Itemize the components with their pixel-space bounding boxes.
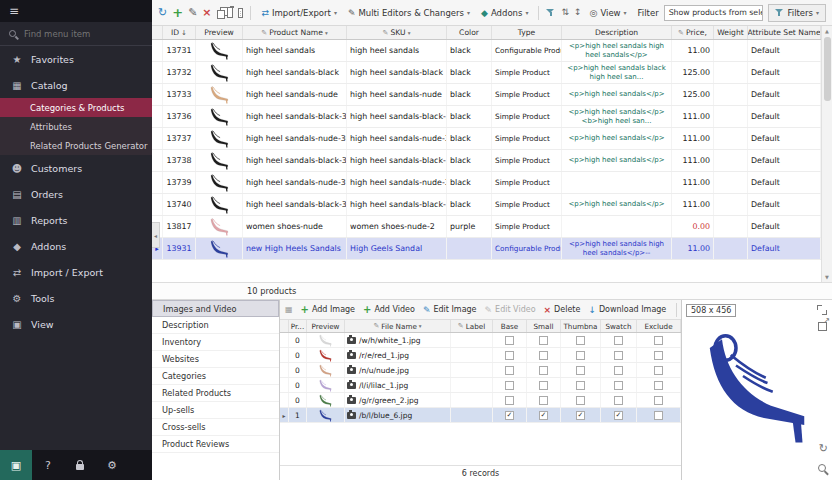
scroll-up-icon[interactable]: ▲ xyxy=(822,26,832,36)
add-video-button[interactable]: +Add Video xyxy=(363,304,415,315)
product-row-13737[interactable]: 13737high heel sandals-nude-36high heel … xyxy=(152,128,821,150)
column-header-exclude[interactable]: Exclude xyxy=(637,320,681,332)
checkbox-thumb[interactable] xyxy=(576,351,585,360)
paste-icon[interactable] xyxy=(227,7,233,18)
row-expander[interactable] xyxy=(152,106,163,127)
tab-related-products[interactable]: Related Products xyxy=(152,385,279,402)
checkbox-swatch[interactable] xyxy=(614,366,623,375)
row-expander[interactable] xyxy=(152,172,163,193)
filter-icon[interactable] xyxy=(546,8,556,18)
addons-menu[interactable]: ◆ Addons ▾ xyxy=(478,6,531,20)
sidebar-item-reports[interactable]: ▥Reports xyxy=(0,207,152,233)
column-header-expander[interactable] xyxy=(152,26,163,39)
checkbox-base[interactable] xyxy=(505,381,514,390)
sort-alt-icon[interactable]: ↕ xyxy=(574,8,582,17)
checkbox-small[interactable] xyxy=(539,336,548,345)
checkbox-swatch[interactable]: ✓ xyxy=(614,411,623,420)
scroll-down-icon[interactable]: ▼ xyxy=(822,272,832,282)
copy-icon[interactable] xyxy=(217,7,223,18)
product-row-13931[interactable]: ▸13931new High Heels SandalsHigh Geels S… xyxy=(152,238,821,260)
product-row-13738[interactable]: 13738high heel sandals-black-37high heel… xyxy=(152,150,821,172)
sidebar-item-categories-products[interactable]: Categories & Products xyxy=(0,98,152,117)
tab-description[interactable]: Description xyxy=(152,317,279,334)
image-row-w-h-white-1-jpg[interactable]: 0/w/h/white_1.jpg xyxy=(280,333,681,348)
column-header-description[interactable]: Description xyxy=(562,26,672,39)
column-header-preview[interactable]: Preview xyxy=(196,26,243,39)
column-header-small[interactable]: Small xyxy=(527,320,561,332)
category-filter-select[interactable]: Show products from selected categories ▾ xyxy=(664,5,763,21)
checkbox-small[interactable] xyxy=(539,366,548,375)
checkbox-small[interactable] xyxy=(539,351,548,360)
column-header-price[interactable]: ✎Price, xyxy=(672,26,714,39)
menu-search-input[interactable] xyxy=(22,28,132,40)
row-expander[interactable] xyxy=(152,150,163,171)
column-header-product-name[interactable]: ✎Product Name▾ xyxy=(243,26,347,39)
sidebar-item-view[interactable]: ▣View xyxy=(0,311,152,337)
checkbox-exclude[interactable] xyxy=(654,381,663,390)
column-header-sku[interactable]: ✎SKU▾ xyxy=(347,26,447,39)
checkbox-swatch[interactable] xyxy=(614,381,623,390)
delete-image-button[interactable]: ×Delete xyxy=(544,305,581,315)
grid-icon[interactable]: ▦ xyxy=(285,306,293,314)
product-row-13817[interactable]: 13817women shoes-nudewomen shoes-nude-2p… xyxy=(152,216,821,238)
sidebar-item-customers[interactable]: ☻Customers xyxy=(0,155,152,181)
edit-video-button[interactable]: ✎Edit Video xyxy=(485,305,536,315)
sidebar-item-catalog[interactable]: ▦Catalog xyxy=(0,72,152,98)
edit-image-button[interactable]: ✎Edit Image xyxy=(423,305,477,315)
checkbox-exclude[interactable] xyxy=(654,351,663,360)
column-header-label[interactable]: ✎Label xyxy=(451,320,493,332)
image-row-n-u-nude-jpg[interactable]: 0/n/u/nude.jpg xyxy=(280,363,681,378)
sidebar-item-addons[interactable]: ◆Addons xyxy=(0,233,152,259)
product-row-13739[interactable]: 13739high heel sandals-nude-37high heel … xyxy=(152,172,821,194)
column-header-thumbna[interactable]: Thumbna xyxy=(561,320,601,332)
checkbox-base[interactable] xyxy=(505,396,514,405)
tab-product-reviews[interactable]: Product Reviews xyxy=(152,436,279,453)
download-image-button[interactable]: ↓Download Image xyxy=(588,305,666,315)
checkbox-thumb[interactable] xyxy=(576,336,585,345)
checkbox-base[interactable] xyxy=(505,366,514,375)
checkbox-swatch[interactable] xyxy=(614,336,623,345)
sidebar-item-favorites[interactable]: ★Favorites xyxy=(0,46,152,72)
row-expander[interactable] xyxy=(152,128,163,149)
checkbox-base[interactable] xyxy=(505,351,514,360)
checkbox-exclude[interactable] xyxy=(654,396,663,405)
row-expander[interactable] xyxy=(152,194,163,215)
duplicate-icon[interactable] xyxy=(238,8,243,18)
checkbox-exclude[interactable] xyxy=(654,411,663,420)
image-row-r-e-red-1-jpg[interactable]: 0/r/e/red_1.jpg xyxy=(280,348,681,363)
checkbox-swatch[interactable] xyxy=(614,396,623,405)
sidebar-item-attributes[interactable]: Attributes xyxy=(0,117,152,136)
zoom-icon[interactable] xyxy=(818,464,826,472)
image-row-l-i-lilac-1-jpg[interactable]: 0/l/i/lilac_1.jpg xyxy=(280,378,681,393)
sidebar-collapse-handle[interactable]: ◂ xyxy=(152,222,160,248)
sidebar-item-orders[interactable]: ▤Orders xyxy=(0,181,152,207)
hamburger-menu-icon[interactable]: ≡ xyxy=(9,4,19,18)
checkbox-thumb[interactable] xyxy=(576,366,585,375)
row-expander[interactable] xyxy=(152,62,163,83)
checkbox-base[interactable]: ✓ xyxy=(505,411,514,420)
checkbox-exclude[interactable] xyxy=(654,366,663,375)
column-header-expander[interactable] xyxy=(280,320,289,332)
add-product-icon[interactable]: + xyxy=(172,6,183,19)
multi-editors-menu[interactable]: ✎ Multi Editors & Changers ▾ xyxy=(345,6,473,20)
checkbox-exclude[interactable] xyxy=(654,336,663,345)
add-image-button[interactable]: +Add Image xyxy=(301,304,355,315)
column-header-attribute-set-name[interactable]: Attribute Set Name xyxy=(748,26,821,39)
product-row-13740[interactable]: 13740high heel sandals-black-38high heel… xyxy=(152,194,821,216)
column-header-color[interactable]: Color xyxy=(447,26,492,39)
store-icon[interactable]: ▣ xyxy=(0,450,32,480)
image-row-g-r-green-2-jpg[interactable]: 0/g/r/green_2.jpg xyxy=(280,393,681,408)
checkbox-thumb[interactable] xyxy=(576,381,585,390)
column-header-pr[interactable]: Pr... xyxy=(289,320,307,332)
sort-icon[interactable]: ⇅ xyxy=(561,8,569,17)
column-header-file-name[interactable]: ✎File Name▾ xyxy=(345,320,451,332)
sidebar-item-related-products-generator[interactable]: Related Products Generator xyxy=(0,136,152,155)
column-header-base[interactable]: Base xyxy=(493,320,527,332)
sidebar-item-tools[interactable]: ⚙Tools xyxy=(0,285,152,311)
column-header-preview[interactable]: Preview xyxy=(307,320,345,332)
checkbox-small[interactable]: ✓ xyxy=(539,411,548,420)
column-header-id[interactable]: ID↓ xyxy=(163,26,196,39)
checkbox-thumb[interactable]: ✓ xyxy=(576,411,585,420)
column-header-swatch[interactable]: Swatch xyxy=(601,320,637,332)
row-expander[interactable] xyxy=(152,84,163,105)
